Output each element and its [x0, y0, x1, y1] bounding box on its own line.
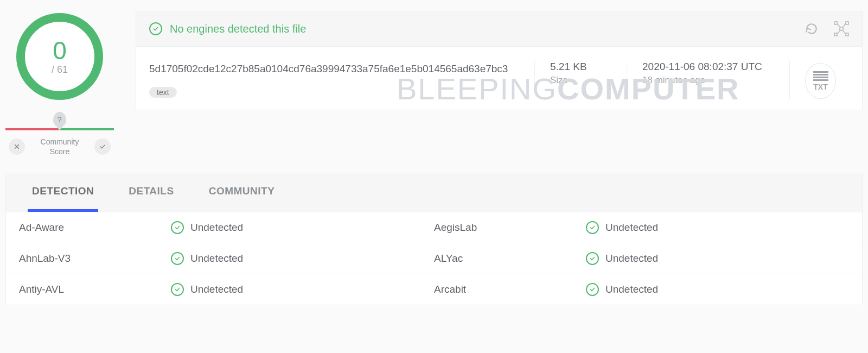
file-type-tag[interactable]: text: [149, 87, 177, 98]
check-circle-icon: [586, 221, 599, 234]
engine-name: AhnLab-V3: [19, 253, 171, 264]
detection-score-circle: 0 / 61: [16, 13, 103, 100]
community-score-label: Community Score: [41, 137, 79, 156]
detection-list: Ad-Aware Undetected AegisLab Undetected …: [5, 212, 863, 305]
engine-name: AegisLab: [434, 222, 586, 234]
status-text: Undetected: [605, 283, 658, 295]
tabs-section: DETECTION DETAILS COMMUNITY: [5, 173, 863, 212]
file-size-value: 5.21 KB: [550, 61, 614, 73]
file-type-label: TXT: [813, 83, 827, 91]
community-score-block: ? Community Score: [5, 112, 114, 156]
community-bar-positive: [60, 128, 114, 130]
status-text: Undetected: [190, 222, 243, 234]
score-panel: 0 / 61 ? Community Score: [5, 11, 114, 156]
svg-rect-0: [834, 22, 837, 24]
file-type-badge: TXT: [805, 63, 836, 99]
vote-down-button[interactable]: [9, 138, 25, 155]
top-section: 0 / 61 ? Community Score: [0, 0, 868, 156]
check-icon: [99, 143, 106, 150]
engine-status: Undetected: [586, 221, 849, 234]
engine-status: Undetected: [586, 252, 849, 265]
community-label-line1: Community: [41, 137, 79, 147]
detection-total: / 61: [52, 64, 68, 75]
engine-status: Undetected: [171, 283, 434, 296]
table-row: Ad-Aware Undetected AegisLab Undetected: [5, 212, 863, 243]
engine-status: Undetected: [586, 283, 849, 296]
check-circle-icon: [171, 221, 184, 234]
text-lines-icon: [813, 71, 828, 81]
tab-detection[interactable]: DETECTION: [28, 173, 98, 212]
question-icon: ?: [58, 115, 62, 124]
reanalyze-button[interactable]: [805, 22, 819, 36]
check-circle-icon: [171, 252, 184, 265]
check-circle-icon: [586, 283, 599, 296]
graph-icon: [834, 21, 849, 36]
table-row: AhnLab-V3 Undetected ALYac Undetected: [5, 243, 863, 274]
status-text: Undetected: [605, 253, 658, 264]
tab-bar: DETECTION DETAILS COMMUNITY: [6, 173, 862, 212]
file-info-panel: 5d1705f02cde12c27b85a0104cd76a39994733a7…: [136, 47, 863, 110]
close-icon: [13, 143, 21, 150]
banner-text: No engines detected this file: [170, 23, 306, 35]
file-size-label: Size: [550, 75, 614, 86]
tab-details[interactable]: DETAILS: [124, 173, 178, 212]
check-circle-icon: [171, 283, 184, 296]
engine-name: Arcabit: [434, 283, 586, 295]
more-actions-button[interactable]: [834, 21, 849, 36]
detection-banner: No engines detected this file: [136, 11, 863, 47]
refresh-icon: [805, 22, 819, 36]
community-bar-negative: [5, 128, 60, 130]
community-label-line2: Score: [41, 147, 79, 156]
status-text: Undetected: [190, 253, 243, 264]
file-timestamp-value: 2020-11-06 08:02:37 UTC: [642, 61, 776, 73]
engine-name: ALYac: [434, 253, 586, 264]
status-text: Undetected: [190, 283, 243, 295]
tab-community[interactable]: COMMUNITY: [205, 173, 279, 212]
svg-rect-1: [846, 22, 848, 24]
status-text: Undetected: [605, 222, 658, 234]
check-circle-icon: [149, 22, 162, 35]
detection-count: 0: [53, 38, 67, 63]
file-hash[interactable]: 5d1705f02cde12c27b85a0104cd76a39994733a7…: [149, 61, 521, 77]
engine-status: Undetected: [171, 252, 434, 265]
engine-status: Undetected: [171, 221, 434, 234]
svg-rect-2: [834, 33, 837, 36]
main-panel: No engines detected this file: [136, 11, 863, 156]
table-row: Antiy-AVL Undetected Arcabit Undetected: [5, 274, 863, 305]
engine-name: Antiy-AVL: [19, 283, 171, 295]
check-circle-icon: [586, 252, 599, 265]
vote-up-button[interactable]: [94, 138, 111, 155]
svg-rect-3: [846, 33, 848, 36]
file-timestamp-label: 18 minutes ago: [642, 75, 776, 86]
engine-name: Ad-Aware: [19, 222, 171, 234]
community-marker-icon: ?: [53, 112, 66, 127]
